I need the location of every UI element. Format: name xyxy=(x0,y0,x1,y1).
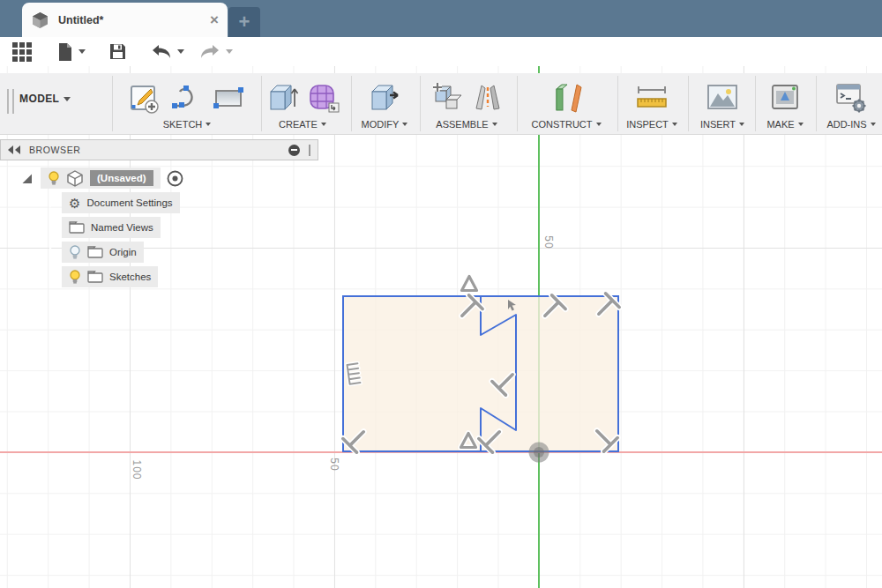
make-group-label[interactable]: MAKE xyxy=(766,119,803,135)
document-tab[interactable]: Untitled* × xyxy=(22,3,228,37)
insert-group-label[interactable]: INSERT xyxy=(700,119,744,135)
tree-row-root[interactable]: (Unsaved) xyxy=(0,166,318,190)
browser-panel: BROWSER (Un xyxy=(0,139,318,289)
extrude-icon[interactable] xyxy=(265,80,300,115)
save-button[interactable] xyxy=(108,42,127,61)
workspace-caret-icon xyxy=(64,97,71,101)
folder-icon xyxy=(87,271,103,283)
sketch-caret-icon xyxy=(206,123,211,126)
construct-group-label[interactable]: CONSTRUCT xyxy=(531,119,601,135)
document-title: Untitled* xyxy=(58,14,210,26)
redo-button[interactable] xyxy=(198,44,233,60)
expand-closed-icon[interactable] xyxy=(49,247,56,257)
folder-icon xyxy=(87,246,103,258)
create-form-icon[interactable] xyxy=(307,80,340,115)
modify-caret-icon xyxy=(402,123,407,126)
expand-closed-icon[interactable] xyxy=(49,272,56,282)
document-tab-bar: Untitled* × + xyxy=(0,0,882,37)
construct-caret-icon xyxy=(596,123,602,126)
new-tab-button[interactable]: + xyxy=(228,7,260,37)
inspect-group-label[interactable]: INSPECT xyxy=(626,119,677,135)
tab-close-icon[interactable]: × xyxy=(210,12,219,27)
browser-tree: (Unsaved) ⚙ Document Settings xyxy=(0,166,318,289)
ribbon-group-insert: INSERT xyxy=(693,73,751,135)
expand-closed-icon[interactable] xyxy=(49,222,56,233)
expand-open-icon[interactable] xyxy=(21,173,32,183)
root-document-label[interactable]: (Unsaved) xyxy=(90,170,153,186)
new-component-icon[interactable] xyxy=(429,80,464,115)
origin-point[interactable] xyxy=(529,443,549,463)
joint-icon[interactable] xyxy=(471,80,505,115)
save-icon xyxy=(108,42,127,61)
settings-gear-icon: ⚙ xyxy=(69,197,80,210)
document-cube-icon xyxy=(31,11,49,29)
measure-icon[interactable] xyxy=(633,81,670,115)
quick-access-toolbar xyxy=(0,37,882,66)
ribbon-group-inspect: INSPECT xyxy=(620,73,684,135)
file-menu-button[interactable] xyxy=(56,42,86,62)
tree-item-label[interactable]: Named Views xyxy=(91,222,153,233)
modify-group-label[interactable]: MODIFY xyxy=(362,119,408,135)
tree-row-named-views[interactable]: Named Views xyxy=(0,215,318,240)
grid-label-x50: 50 xyxy=(328,458,340,471)
midpoint-constraint-icon[interactable] xyxy=(462,277,477,291)
grid-label-y50: 50 xyxy=(542,235,555,249)
sketch-group-label[interactable]: SKETCH xyxy=(163,119,212,135)
ribbon-group-assemble: ASSEMBLE xyxy=(424,73,509,135)
folder-icon xyxy=(69,221,85,234)
visibility-bulb-on-icon[interactable] xyxy=(69,270,81,285)
ribbon-group-addins: ADD-INS xyxy=(820,73,882,135)
tree-item-label[interactable]: Sketches xyxy=(109,272,151,282)
redo-caret-icon xyxy=(226,49,233,54)
workspace-dropdown[interactable]: MODEL xyxy=(19,93,71,105)
press-pull-icon[interactable] xyxy=(366,80,403,115)
make-caret-icon xyxy=(798,123,804,126)
ribbon-group-create: CREATE xyxy=(262,73,343,135)
browser-header[interactable]: BROWSER xyxy=(0,139,318,160)
file-menu-caret-icon xyxy=(78,49,86,54)
collapse-panel-icon[interactable] xyxy=(8,145,22,154)
toolbar-drag-grip[interactable] xyxy=(7,89,14,114)
tree-row-sketches[interactable]: Sketches xyxy=(0,264,318,289)
tree-row-document-settings[interactable]: ⚙ Document Settings xyxy=(0,190,318,215)
panel-resize-grip[interactable] xyxy=(309,145,310,156)
create-caret-icon xyxy=(321,123,326,126)
scripts-addins-icon[interactable] xyxy=(833,81,869,115)
create-sketch-icon[interactable] xyxy=(127,81,161,115)
tree-row-origin[interactable]: Origin xyxy=(0,240,318,264)
assemble-caret-icon xyxy=(492,123,497,126)
arc-tool-icon[interactable] xyxy=(168,81,203,115)
app-grid-icon xyxy=(12,42,32,62)
insert-caret-icon xyxy=(739,123,744,126)
grid-label-x100: 100 xyxy=(131,459,143,480)
tree-item-label[interactable]: Document Settings xyxy=(86,197,172,208)
construction-plane-icon[interactable] xyxy=(548,80,585,115)
insert-image-icon[interactable] xyxy=(705,82,740,114)
collapse-all-icon[interactable] xyxy=(288,145,300,156)
visibility-bulb-off-icon[interactable] xyxy=(69,245,81,260)
fusion360-window: 50 100 50 Untitled* × + xyxy=(0,0,882,588)
undo-icon xyxy=(150,44,173,60)
tree-item-label[interactable]: Origin xyxy=(109,247,137,257)
undo-caret-icon xyxy=(177,49,184,54)
expand-closed-icon[interactable] xyxy=(49,197,56,208)
addins-caret-icon xyxy=(871,123,876,126)
assemble-group-label[interactable]: ASSEMBLE xyxy=(436,119,497,135)
ribbon-group-make: MAKE xyxy=(759,73,811,135)
ribbon-group-sketch: SKETCH xyxy=(117,73,257,135)
app-grid-button[interactable] xyxy=(12,42,32,62)
3d-print-icon[interactable] xyxy=(768,82,802,114)
workspace-label: MODEL xyxy=(19,93,59,105)
rectangle-tool-icon[interactable] xyxy=(210,81,247,115)
create-group-label[interactable]: CREATE xyxy=(279,119,326,135)
activate-component-radio-icon[interactable] xyxy=(167,170,183,187)
ribbon-group-construct: CONSTRUCT xyxy=(520,73,612,135)
ribbon-toolbar: MODEL xyxy=(0,73,882,135)
file-icon xyxy=(56,42,74,62)
visibility-bulb-on-icon[interactable] xyxy=(48,171,60,186)
component-cube-icon xyxy=(66,170,84,187)
redo-icon xyxy=(198,44,221,60)
undo-button[interactable] xyxy=(150,44,184,60)
addins-group-label[interactable]: ADD-INS xyxy=(826,119,875,135)
browser-title: BROWSER xyxy=(29,145,288,155)
